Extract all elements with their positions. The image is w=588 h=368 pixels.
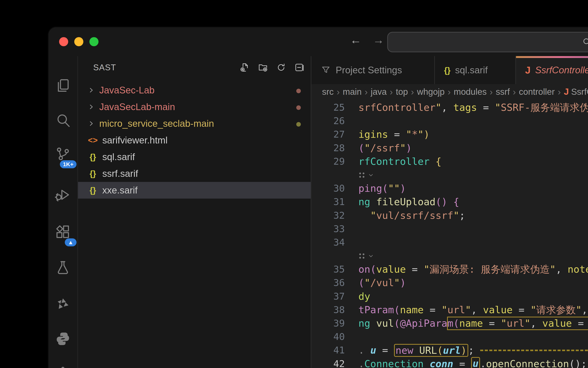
tree-item-label: xxe.sarif xyxy=(102,185,137,196)
code-line-39: 39ng vul(@ApiParam(name = "url", value =… xyxy=(311,317,588,330)
breadcrumb-label: top xyxy=(396,87,408,97)
breadcrumb-item-src[interactable]: src xyxy=(322,87,334,97)
git-status-dot xyxy=(296,89,301,93)
code-line-40: 40 xyxy=(311,330,588,344)
code-line-38: 38tParam(name = "url", value = "请求参数", d… xyxy=(311,303,588,317)
breadcrumb-item-modules[interactable]: modules xyxy=(454,87,487,97)
chevron-right-icon xyxy=(87,120,95,128)
line-number: 40 xyxy=(311,330,345,344)
zoom-window-button[interactable] xyxy=(90,37,99,46)
collapse-all-icon[interactable] xyxy=(294,62,305,73)
breadcrumb-item-top[interactable]: top xyxy=(396,87,408,97)
code-line-37: 37dy xyxy=(311,290,588,303)
breadcrumb-label: whgojp xyxy=(417,87,445,97)
back-icon[interactable]: ← xyxy=(350,33,362,46)
line-number: 41 xyxy=(311,344,345,357)
vscode-window: ← → SAST ▾ 1K+▲QL SAST JavaSec-LabJavaSe… xyxy=(48,27,588,368)
funnel-icon xyxy=(321,65,331,75)
editor-tabs: Project Settings{}sql.sarifJSsrfControll… xyxy=(311,56,588,85)
forward-icon[interactable]: → xyxy=(373,33,384,46)
java-icon: J xyxy=(525,70,531,70)
breadcrumb-item-java[interactable]: java xyxy=(371,87,387,97)
tree-item-label: JavaSecLab-main xyxy=(99,101,175,112)
activity-testing-icon[interactable] xyxy=(48,255,77,280)
code-decoration-row xyxy=(311,249,588,263)
activity-python-icon[interactable] xyxy=(48,326,77,352)
code-line-27: 27igins = "*") xyxy=(311,128,588,141)
tab-sql.sarif[interactable]: {}sql.sarif xyxy=(435,56,516,84)
tree-item-JavaSec-Lab[interactable]: JavaSec-Lab xyxy=(78,82,311,99)
breadcrumb-item-SsrfController.java[interactable]: JSsrfController.java xyxy=(564,87,588,97)
activity-badge: 1K+ xyxy=(60,160,77,168)
line-number: 42 xyxy=(311,357,345,368)
breadcrumb-item-controller[interactable]: controller xyxy=(519,87,555,97)
breadcrumb-label: SsrfController.java xyxy=(571,87,588,97)
line-number: 38 xyxy=(311,303,345,317)
breadcrumb-label: src xyxy=(322,87,334,97)
line-number: 26 xyxy=(311,114,345,128)
tree-item-micro_service_seclab-main[interactable]: micro_service_seclab-main xyxy=(78,115,311,132)
chevron-right-icon xyxy=(87,103,95,111)
code-line-29: 29rfController { xyxy=(311,155,588,168)
json-file-icon: {} xyxy=(87,185,99,195)
activity-badge: ▲ xyxy=(65,238,77,246)
line-number: 27 xyxy=(311,128,345,141)
breadcrumb-item-main[interactable]: main xyxy=(343,87,362,97)
line-number xyxy=(311,168,345,182)
git-status-dot xyxy=(296,122,301,127)
close-window-button[interactable] xyxy=(59,37,68,46)
code-line-30: 30ping("") xyxy=(311,182,588,195)
breadcrumb-item-ssrf[interactable]: ssrf xyxy=(496,87,510,97)
tree-item-label: sarifviewer.html xyxy=(102,135,168,146)
breadcrumb-label: java xyxy=(371,87,387,97)
refresh-icon[interactable] xyxy=(276,62,286,73)
line-number: 34 xyxy=(311,236,345,249)
tree-item-label: micro_service_seclab-main xyxy=(99,118,214,129)
activity-extension-pinwheel-icon[interactable] xyxy=(48,291,77,317)
tree-item-sarifviewer.html[interactable]: <>sarifviewer.html xyxy=(78,132,311,148)
line-number: 32 xyxy=(311,209,345,222)
code-line-41: 41. u = new URL(url); xyxy=(311,344,588,357)
tree-item-label: sql.sarif xyxy=(102,151,135,162)
command-center-search[interactable]: SAST xyxy=(387,32,588,52)
activity-bar: 1K+▲QL xyxy=(48,56,78,368)
activity-search-icon[interactable] xyxy=(48,108,77,133)
line-number: 29 xyxy=(311,155,345,168)
tree-item-sql.sarif[interactable]: {}sql.sarif xyxy=(78,148,311,165)
tree-item-JavaSecLab-main[interactable]: JavaSecLab-main xyxy=(78,99,311,115)
tree-item-ssrf.sarif[interactable]: {}ssrf.sarif xyxy=(78,165,311,182)
breadcrumb-label: controller xyxy=(519,87,555,97)
html-file-icon: <> xyxy=(87,136,99,145)
tree-item-label: JavaSec-Lab xyxy=(99,85,154,96)
activity-openai-icon[interactable] xyxy=(48,361,77,368)
tree-item-xxe.sarif[interactable]: {}xxe.sarif xyxy=(78,182,311,199)
sarif-highlight-box: new URL(url) xyxy=(394,344,468,357)
tab-SsrfController.java[interactable]: JSsrfController.java2× xyxy=(516,56,588,84)
sarif-highlight-box: u xyxy=(471,357,480,368)
breadcrumb[interactable]: src›main›java›top›whgojp›modules›ssrf›co… xyxy=(311,84,588,99)
git-status-dot xyxy=(296,105,301,110)
code-editor[interactable]: 25srfController", tags = "SSRF-服务端请求伪造")… xyxy=(311,99,588,368)
tab-Project Settings[interactable]: Project Settings xyxy=(311,56,435,84)
tree-item-label: ssrf.sarif xyxy=(102,168,138,179)
new-folder-icon[interactable] xyxy=(258,62,268,73)
activity-explorer-icon[interactable] xyxy=(48,73,77,99)
code-line-31: 31ng fileUpload() { xyxy=(311,195,588,209)
line-number: 36 xyxy=(311,276,345,290)
activity-extensions-icon[interactable]: ▲ xyxy=(48,219,77,245)
braces-icon: {} xyxy=(444,70,451,70)
json-file-icon: {} xyxy=(87,152,99,162)
code-line-26: 26 xyxy=(311,114,588,128)
annotation-fold-icon[interactable] xyxy=(358,253,374,259)
line-number: 35 xyxy=(311,263,345,276)
activity-run-and-debug-icon[interactable] xyxy=(48,182,77,208)
minimize-window-button[interactable] xyxy=(74,37,83,46)
line-number: 33 xyxy=(311,222,345,236)
new-file-icon[interactable] xyxy=(239,62,250,73)
line-number: 28 xyxy=(311,141,345,155)
breadcrumb-item-whgojp[interactable]: whgojp xyxy=(417,87,445,97)
line-number: 30 xyxy=(311,182,345,195)
code-line-42: 42.Connection conn = u.openConnection();… xyxy=(311,357,588,368)
annotation-fold-icon[interactable] xyxy=(358,172,374,178)
activity-source-control-icon[interactable]: 1K+ xyxy=(48,141,77,167)
